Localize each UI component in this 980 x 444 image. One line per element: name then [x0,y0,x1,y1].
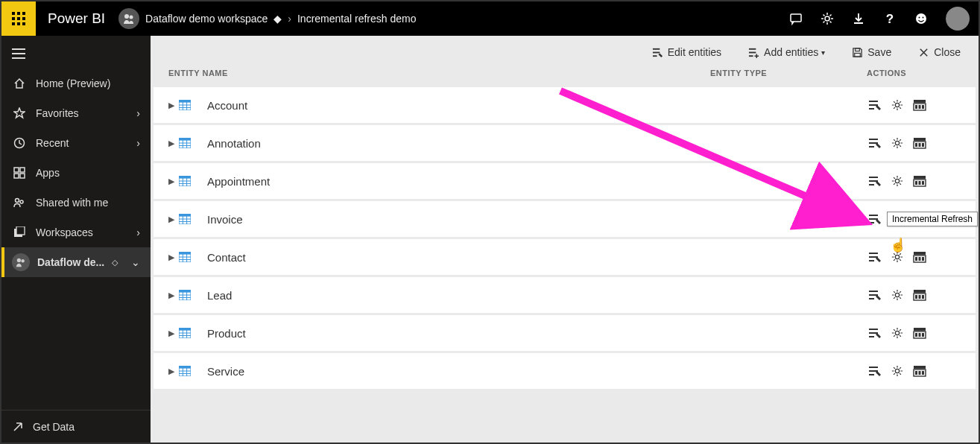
entity-settings-button[interactable] [891,175,904,187]
entity-settings-button[interactable] [891,289,904,301]
svg-rect-135 [914,328,926,331]
entity-settings-button[interactable] [891,137,904,149]
svg-point-12 [825,16,829,21]
edit-entity-button[interactable] [868,289,882,301]
entity-name[interactable]: Lead [207,289,707,302]
incremental-refresh-button[interactable] [913,99,926,111]
expand-toggle[interactable]: ▶ [168,253,179,262]
nav-apps[interactable]: Apps [1,158,151,188]
nav-label: Workspaces [36,226,93,238]
svg-rect-56 [869,139,878,140]
nav-label: Recent [36,137,69,149]
incremental-refresh-button[interactable] [913,289,926,301]
nav-home[interactable]: Home (Preview) [1,69,151,98]
feedback-button[interactable] [905,1,937,36]
svg-point-26 [21,259,24,262]
entity-name[interactable]: Appointment [207,175,707,188]
table-icon [179,138,194,148]
edit-entity-button[interactable] [868,137,882,149]
incremental-refresh-button[interactable] [913,327,926,339]
entity-name[interactable]: Invoice [207,213,707,226]
smile-icon [914,12,928,25]
app-launcher-button[interactable] [1,1,36,36]
entity-row: ▶Contact [154,239,976,275]
svg-rect-131 [869,329,878,330]
nav-collapse-button[interactable] [1,39,151,69]
save-icon [852,47,863,58]
svg-rect-18 [20,168,25,172]
breadcrumb-workspace[interactable]: Dataflow demo workspace [145,13,268,25]
svg-point-134 [895,331,899,334]
svg-rect-120 [914,290,926,293]
svg-point-149 [895,369,899,372]
svg-rect-153 [919,371,921,375]
settings-button[interactable] [812,1,843,36]
svg-rect-109 [922,257,924,261]
nav-recent[interactable]: Recent › [1,128,151,158]
svg-rect-31 [749,51,756,53]
svg-rect-73 [869,184,874,185]
nav-current-workspace[interactable]: Dataflow de... ◇ ⌄ [1,247,151,277]
entity-settings-button[interactable] [891,365,904,377]
incremental-refresh-button[interactable] [913,251,926,263]
close-button[interactable]: Close [918,46,961,58]
button-label: Add entities [764,46,818,58]
table-icon [179,328,194,338]
download-icon [852,12,865,25]
incremental-refresh-button[interactable] [913,137,926,149]
nav-get-data[interactable]: Get Data [1,410,151,443]
edit-entity-button[interactable] [868,175,882,187]
expand-toggle[interactable]: ▶ [168,329,179,338]
expand-toggle[interactable]: ▶ [168,139,179,148]
entity-name[interactable]: Service [207,365,707,378]
entity-settings-button[interactable] [891,251,904,263]
svg-rect-64 [922,143,924,147]
edit-entity-button[interactable] [868,251,882,263]
expand-toggle[interactable]: ▶ [168,215,179,224]
entity-settings-button[interactable] [891,99,904,111]
edit-entity-button[interactable] [868,99,882,111]
incremental-refresh-button[interactable] [913,365,926,377]
svg-rect-126 [179,330,191,338]
main-content: Edit entities Add entities ▾ Save Close … [151,36,979,443]
edit-entity-button[interactable] [868,213,882,225]
user-avatar[interactable] [946,7,970,31]
svg-point-119 [895,293,899,296]
expand-toggle[interactable]: ▶ [168,101,179,110]
workspace-avatar[interactable] [118,8,139,29]
expand-toggle[interactable]: ▶ [168,367,179,376]
entity-row: ▶Service [154,353,976,389]
breadcrumb-item[interactable]: Incremental refresh demo [297,13,417,25]
edit-entity-button[interactable] [868,327,882,339]
nav-shared[interactable]: Shared with me [1,188,151,218]
left-nav: Home (Preview) Favorites › Recent › Apps… [1,36,151,443]
people-icon [16,257,26,267]
svg-rect-81 [179,216,191,224]
svg-rect-48 [919,105,921,109]
table-icon [179,214,194,224]
help-button[interactable]: ? [874,1,905,36]
nav-label: Shared with me [36,197,108,209]
expand-toggle[interactable]: ▶ [168,177,179,186]
incremental-refresh-button[interactable] [913,175,926,187]
chevron-down-icon: ⌄ [131,256,140,268]
add-entities-button[interactable]: Add entities ▾ [748,46,825,58]
entity-name[interactable]: Account [207,99,707,112]
expand-toggle[interactable]: ▶ [168,291,179,300]
nav-workspaces[interactable]: Workspaces › [1,218,151,247]
edit-entity-button[interactable] [868,365,882,377]
download-button[interactable] [843,1,874,36]
entity-settings-button[interactable] [891,327,904,339]
svg-rect-24 [16,226,25,235]
clock-icon [13,137,25,149]
svg-rect-108 [919,257,921,261]
entity-name[interactable]: Contact [207,251,707,264]
edit-entities-button[interactable]: Edit entities [652,46,721,58]
entity-name[interactable]: Annotation [207,137,707,150]
entity-name[interactable]: Product [207,327,707,340]
notifications-button[interactable] [780,1,812,36]
nav-favorites[interactable]: Favorites › [1,98,151,128]
svg-rect-63 [919,143,921,147]
save-button[interactable]: Save [852,46,891,58]
svg-rect-28 [653,51,660,53]
